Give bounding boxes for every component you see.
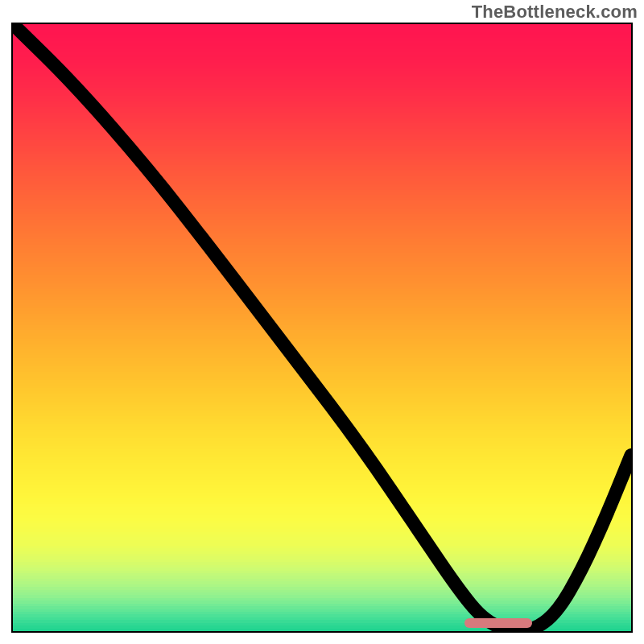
heat-gradient-background	[13, 24, 631, 631]
watermark-text: TheBottleneck.com	[472, 2, 638, 23]
chart-frame: TheBottleneck.com	[0, 0, 644, 644]
optimal-range-marker	[464, 618, 532, 628]
plot-area	[11, 23, 633, 633]
